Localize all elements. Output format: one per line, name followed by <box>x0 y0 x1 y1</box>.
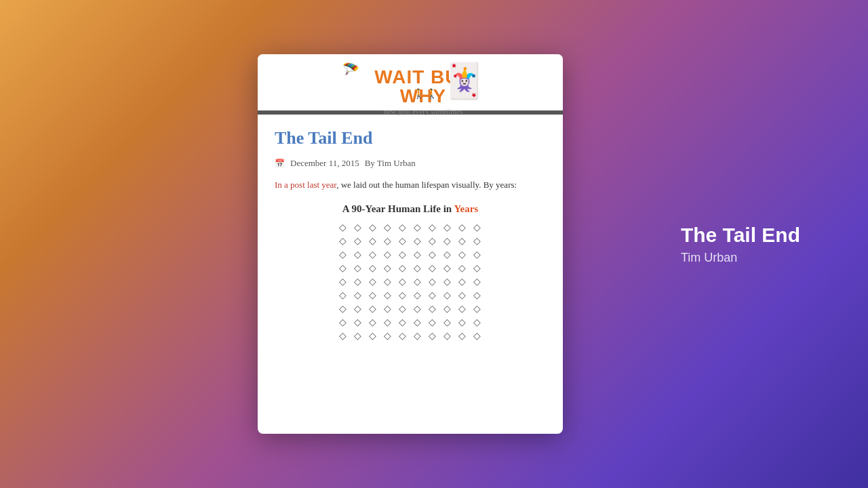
diamond-cell: ◇ <box>471 235 483 247</box>
diamond-cell: ◇ <box>396 317 408 329</box>
diamond-cell: ◇ <box>336 303 349 315</box>
diamond-cell: ◇ <box>366 303 378 315</box>
diamond-cell: ◇ <box>381 317 393 329</box>
diamond-cell: ◇ <box>441 222 453 234</box>
diamond-cell: ◇ <box>336 276 349 288</box>
chart-title-text: A 90-Year Human Life in <box>342 203 454 214</box>
diamond-cell: ◇ <box>441 262 453 274</box>
diamond-cell: ◇ <box>426 303 438 315</box>
diamond-grid: ◇◇◇◇◇◇◇◇◇◇◇◇◇◇◇◇◇◇◇◇◇◇◇◇◇◇◇◇◇◇◇◇◇◇◇◇◇◇◇◇… <box>275 222 546 342</box>
diamond-cell: ◇ <box>396 235 408 247</box>
diamond-cell: ◇ <box>396 249 408 261</box>
diamond-cell: ◇ <box>366 276 378 288</box>
overlay-text: The Tail End Tim Urban <box>681 224 800 265</box>
diamond-cell: ◇ <box>411 276 423 288</box>
diamond-cell: ◇ <box>441 303 453 315</box>
overlay-author: Tim Urban <box>681 251 800 265</box>
diamond-cell: ◇ <box>426 289 438 302</box>
article-author: By Tim Urban <box>365 158 416 169</box>
diamond-cell: ◇ <box>396 222 408 234</box>
diamond-cell: ◇ <box>441 249 453 261</box>
diamond-cell: ◇ <box>426 222 438 234</box>
diamond-cell: ◇ <box>456 262 468 274</box>
diamond-cell: ◇ <box>381 276 393 288</box>
stick-figure-2: 🚶 <box>426 88 437 100</box>
diamond-cell: ◇ <box>351 330 363 342</box>
diamond-cell: ◇ <box>396 303 408 315</box>
diamond-cell: ◇ <box>336 262 349 274</box>
article-meta: 📅 December 11, 2015 By Tim Urban <box>275 158 546 169</box>
diamond-cell: ◇ <box>381 222 393 234</box>
years-highlight: Years <box>454 203 478 214</box>
overlay-title: The Tail End <box>681 224 800 247</box>
post-link[interactable]: In a post last year <box>275 180 336 190</box>
diamond-cell: ◇ <box>471 289 483 302</box>
browser-card: 🪂 WAIT BUT WHY new post every sometimes … <box>258 54 563 434</box>
diamond-cell: ◇ <box>471 276 483 288</box>
diamond-cell: ◇ <box>456 317 468 329</box>
diamond-cell: ◇ <box>426 317 438 329</box>
diamond-cell: ◇ <box>426 330 438 342</box>
diamond-cell: ◇ <box>411 289 423 302</box>
diamond-cell: ◇ <box>351 289 363 302</box>
article-intro-rest: , we laid out the human lifespan visuall… <box>336 180 517 190</box>
diamond-cell: ◇ <box>351 317 363 329</box>
diamond-cell: ◇ <box>471 262 483 274</box>
diamond-cell: ◇ <box>336 235 349 247</box>
diamond-cell: ◇ <box>336 249 349 261</box>
diamond-cell: ◇ <box>351 303 363 315</box>
article-intro: In a post last year, we laid out the hum… <box>275 178 546 192</box>
diamond-cell: ◇ <box>471 222 483 234</box>
diamond-cell: ◇ <box>471 317 483 329</box>
diamond-cell: ◇ <box>471 249 483 261</box>
diamond-cell: ◇ <box>411 235 423 247</box>
site-header: 🪂 WAIT BUT WHY new post every sometimes … <box>258 54 563 115</box>
diamond-cell: ◇ <box>411 330 423 342</box>
site-tagline: new post every sometimes <box>361 107 485 115</box>
diamond-cell: ◇ <box>366 262 378 274</box>
diamond-cell: ◇ <box>426 235 438 247</box>
diamond-cell: ◇ <box>381 262 393 274</box>
diamond-cell: ◇ <box>366 289 378 302</box>
diamond-cell: ◇ <box>381 235 393 247</box>
article-body: The Tail End 📅 December 11, 2015 By Tim … <box>258 115 563 356</box>
article-title: The Tail End <box>275 128 546 148</box>
diamond-cell: ◇ <box>336 289 349 302</box>
diamond-cell: ◇ <box>381 303 393 315</box>
diamond-cell: ◇ <box>396 276 408 288</box>
diamond-cell: ◇ <box>396 262 408 274</box>
diamond-cell: ◇ <box>351 262 363 274</box>
diamond-cell: ◇ <box>411 262 423 274</box>
diamond-cell: ◇ <box>471 330 483 342</box>
calendar-icon: 📅 <box>275 159 285 169</box>
diamond-cell: ◇ <box>471 303 483 315</box>
diamond-cell: ◇ <box>366 235 378 247</box>
diamond-cell: ◇ <box>456 289 468 302</box>
diamond-cell: ◇ <box>366 222 378 234</box>
diamond-cell: ◇ <box>366 317 378 329</box>
diamond-cell: ◇ <box>396 330 408 342</box>
diamond-cell: ◇ <box>336 330 349 342</box>
diamond-cell: ◇ <box>441 330 453 342</box>
diamond-cell: ◇ <box>456 222 468 234</box>
diamond-cell: ◇ <box>441 317 453 329</box>
diamond-cell: ◇ <box>441 276 453 288</box>
diamond-cell: ◇ <box>411 317 423 329</box>
diamond-cell: ◇ <box>336 317 349 329</box>
diamond-cell: ◇ <box>426 262 438 274</box>
stick-figure-1: 🚶 <box>413 88 425 100</box>
chart-section: A 90-Year Human Life in Years ◇◇◇◇◇◇◇◇◇◇… <box>275 203 546 342</box>
diamond-cell: ◇ <box>396 289 408 302</box>
diamond-cell: ◇ <box>381 249 393 261</box>
diamond-cell: ◇ <box>411 303 423 315</box>
diamond-cell: ◇ <box>336 222 349 234</box>
diamond-cell: ◇ <box>411 249 423 261</box>
diamond-cell: ◇ <box>426 249 438 261</box>
diamond-cell: ◇ <box>351 276 363 288</box>
article-date: December 11, 2015 <box>290 158 359 169</box>
diamond-cell: ◇ <box>411 222 423 234</box>
diamond-cell: ◇ <box>456 276 468 288</box>
diamond-cell: ◇ <box>366 330 378 342</box>
diamond-cell: ◇ <box>381 289 393 302</box>
diamond-cell: ◇ <box>351 249 363 261</box>
